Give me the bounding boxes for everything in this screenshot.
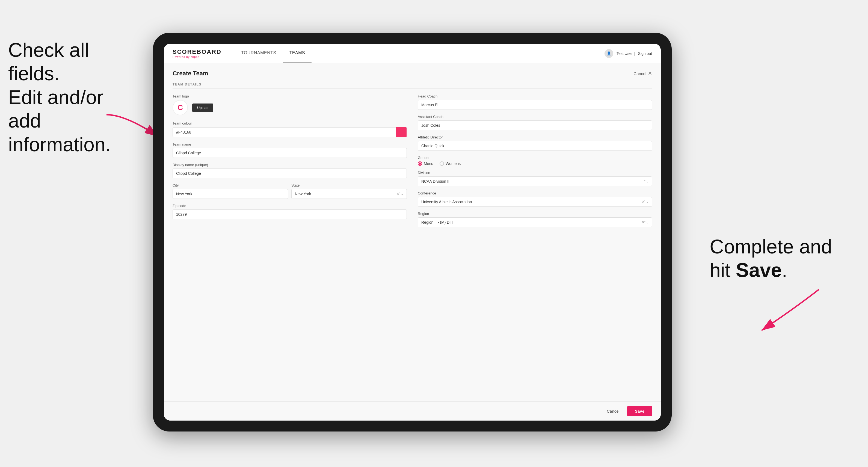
section-label: TEAM DETAILS xyxy=(173,83,652,89)
logo-circle: C xyxy=(173,100,188,115)
gender-field: Gender Mens Womens xyxy=(418,156,652,166)
form-footer: Cancel Save xyxy=(164,401,661,421)
form-grid: Team logo C Upload Team colour xyxy=(173,94,652,227)
upload-button[interactable]: Upload xyxy=(192,103,213,112)
annotation-right: Complete and hit Save. xyxy=(710,235,846,282)
annotation-line-r1: Complete and xyxy=(710,236,832,257)
division-input[interactable] xyxy=(418,177,652,186)
logo-area: C Upload xyxy=(173,100,407,115)
sign-out-link[interactable]: Sign out xyxy=(638,51,652,56)
conference-input[interactable] xyxy=(418,197,652,207)
footer-cancel-button[interactable]: Cancel xyxy=(602,406,624,416)
tablet-frame: SCOREBOARD Powered by clippd TOURNAMENTS… xyxy=(153,33,672,432)
team-name-input[interactable] xyxy=(173,148,407,158)
display-name-label: Display name (unique) xyxy=(173,163,407,167)
athletic-director-field: Athletic Director xyxy=(418,135,652,151)
division-field: Division ⌃⌄ xyxy=(418,171,652,186)
city-label: City xyxy=(173,183,288,187)
cancel-top-label: Cancel xyxy=(633,71,646,76)
athletic-director-label: Athletic Director xyxy=(418,135,652,139)
color-swatch[interactable] xyxy=(396,127,407,137)
gender-womens-label: Womens xyxy=(445,161,461,166)
annotation-line1: Check all fields. xyxy=(8,39,89,84)
region-label: Region xyxy=(418,212,652,216)
head-coach-field: Head Coach xyxy=(418,94,652,110)
page-title: Create Team xyxy=(173,70,208,77)
nav-brand: SCOREBOARD Powered by clippd xyxy=(173,48,221,58)
nav-links: TOURNAMENTS TEAMS xyxy=(235,44,604,63)
zip-field: Zip code xyxy=(173,204,407,219)
form-left: Team logo C Upload Team colour xyxy=(173,94,407,227)
team-colour-label: Team colour xyxy=(173,121,407,125)
radio-dot-mens xyxy=(418,161,422,166)
region-select-wrap: × ⌃⌄ xyxy=(418,217,652,227)
radio-dot-womens xyxy=(440,161,444,166)
tablet-screen: SCOREBOARD Powered by clippd TOURNAMENTS… xyxy=(164,44,661,421)
nav-tournaments[interactable]: TOURNAMENTS xyxy=(235,44,283,63)
brand-subtitle: Powered by clippd xyxy=(173,56,221,58)
team-name-label: Team name xyxy=(173,142,407,146)
radio-womens[interactable]: Womens xyxy=(440,161,461,166)
form-right: Head Coach Assistant Coach Athletic Dire… xyxy=(418,94,652,227)
state-label: State xyxy=(291,183,407,187)
region-clear-icon[interactable]: × xyxy=(642,220,644,225)
annotation-end: . xyxy=(782,259,787,281)
nav-teams[interactable]: TEAMS xyxy=(283,44,312,63)
division-select-wrap: ⌃⌄ xyxy=(418,177,652,186)
city-state-field: City State × ⌃⌄ xyxy=(173,183,407,199)
city-field: City xyxy=(173,183,288,199)
conference-clear-icon[interactable]: × xyxy=(642,199,644,204)
annotation-line-r2: hit xyxy=(710,259,736,281)
division-label: Division xyxy=(418,171,652,175)
state-field: State × ⌃⌄ xyxy=(291,183,407,199)
state-clear-icon[interactable]: × xyxy=(397,191,399,196)
display-name-input[interactable] xyxy=(173,168,407,178)
region-input[interactable] xyxy=(418,217,652,227)
radio-mens[interactable]: Mens xyxy=(418,161,433,166)
zip-input[interactable] xyxy=(173,210,407,219)
head-coach-label: Head Coach xyxy=(418,94,652,98)
annotation-line2: Edit and/or add xyxy=(8,86,103,132)
state-select-wrap: × ⌃⌄ xyxy=(291,189,407,199)
navbar: SCOREBOARD Powered by clippd TOURNAMENTS… xyxy=(164,44,661,63)
gender-mens-label: Mens xyxy=(424,161,433,166)
page-header: Create Team Cancel ✕ xyxy=(173,70,652,77)
user-text: Test User | xyxy=(617,51,635,56)
cancel-top-button[interactable]: Cancel ✕ xyxy=(633,70,652,76)
team-name-field: Team name xyxy=(173,142,407,158)
team-logo-field: Team logo C Upload xyxy=(173,94,407,116)
team-logo-label: Team logo xyxy=(173,94,407,98)
zip-label: Zip code xyxy=(173,204,407,208)
conference-select-wrap: × ⌃⌄ xyxy=(418,197,652,207)
city-input[interactable] xyxy=(173,189,288,199)
conference-field: Conference × ⌃⌄ xyxy=(418,191,652,207)
team-colour-input[interactable] xyxy=(173,127,396,137)
annotation-bold: Save xyxy=(736,259,782,281)
state-input[interactable] xyxy=(291,189,407,199)
athletic-director-input[interactable] xyxy=(418,141,652,151)
footer-save-button[interactable]: Save xyxy=(627,406,652,416)
cancel-x-icon: ✕ xyxy=(648,70,652,76)
city-state-row: City State × ⌃⌄ xyxy=(173,183,407,199)
radio-inner-mens xyxy=(419,162,421,165)
team-colour-field: Team colour xyxy=(173,121,407,137)
head-coach-input[interactable] xyxy=(418,100,652,110)
annotation-line3: information. xyxy=(8,133,111,155)
region-field: Region × ⌃⌄ xyxy=(418,212,652,227)
arrow-right-icon xyxy=(740,287,822,336)
color-input-wrap xyxy=(173,127,407,137)
gender-label: Gender xyxy=(418,156,652,160)
conference-label: Conference xyxy=(418,191,652,195)
assistant-coach-field: Assistant Coach xyxy=(418,115,652,130)
avatar: 👤 xyxy=(604,49,613,58)
main-content: Create Team Cancel ✕ TEAM DETAILS Team l… xyxy=(164,63,661,401)
nav-right: 👤 Test User | Sign out xyxy=(604,49,652,58)
assistant-coach-input[interactable] xyxy=(418,120,652,130)
assistant-coach-label: Assistant Coach xyxy=(418,115,652,119)
brand-title: SCOREBOARD xyxy=(173,48,221,56)
gender-radio-group: Mens Womens xyxy=(418,161,652,166)
display-name-field: Display name (unique) xyxy=(173,163,407,178)
